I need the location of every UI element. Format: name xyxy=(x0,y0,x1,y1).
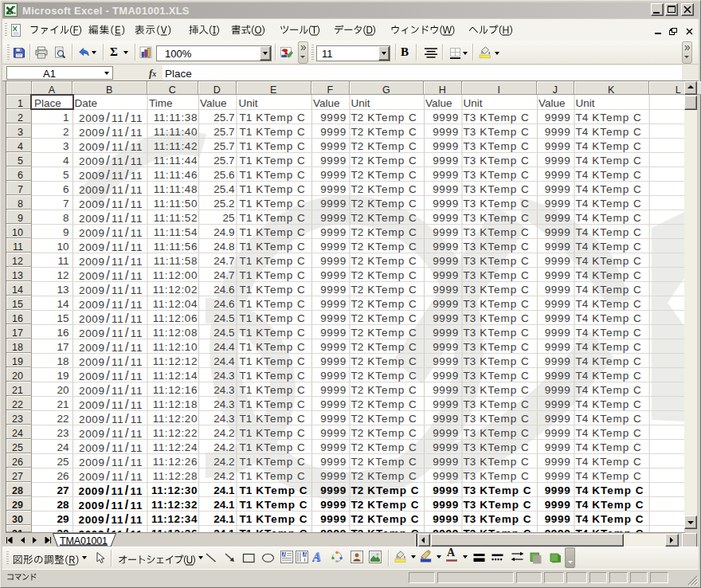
svg-text:A: A xyxy=(283,551,287,557)
svg-text:A: A xyxy=(312,551,322,563)
svg-text:TMA01001: TMA01001 xyxy=(60,535,108,547)
svg-text:A: A xyxy=(304,551,307,557)
